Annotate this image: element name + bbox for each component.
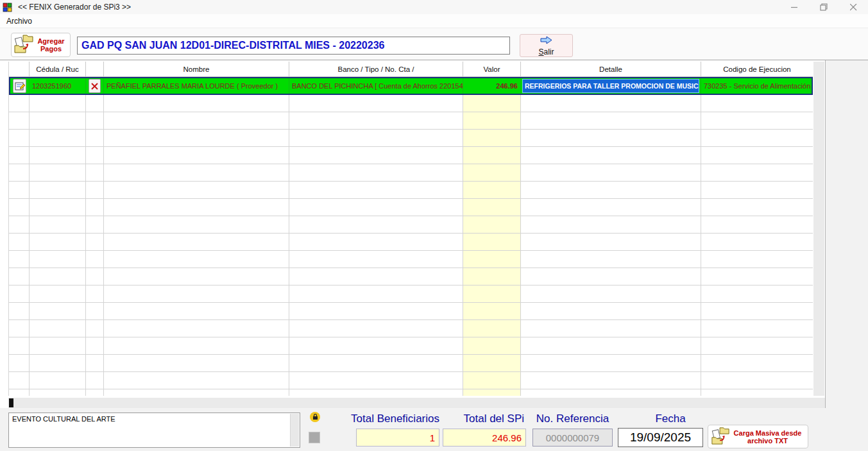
payments-grid-area: Cédula / Ruc Nombre Banco / Tipo / No. C… <box>0 60 826 408</box>
empty-row <box>9 337 813 355</box>
titlebar: << FENIX Generador de SPi3 >> <box>0 0 868 14</box>
cell-codigo: 730235 - Servicio de Alimentación <box>701 78 811 94</box>
payment-title-input[interactable] <box>77 37 510 55</box>
lock-icon[interactable] <box>310 412 320 422</box>
row-delete-cell <box>86 78 104 94</box>
cell-valor: 246.96 <box>463 78 521 94</box>
agregar-pagos-button[interactable]: Agregar Pagos <box>11 33 71 57</box>
empty-row <box>9 251 813 268</box>
minimize-icon <box>791 4 798 11</box>
close-icon <box>850 4 857 11</box>
no-referencia-field[interactable] <box>532 429 613 447</box>
payments-table: Cédula / Ruc Nombre Banco / Tipo / No. C… <box>8 62 813 396</box>
cell-banco: BANCO DEL PICHINCHA [ Cuenta de Ahorros … <box>289 78 463 94</box>
empty-row <box>9 216 813 234</box>
empty-row <box>9 268 813 285</box>
descripcion-text: EVENTO CULTURAL DEL ARTE <box>12 415 115 423</box>
empty-row-template <box>9 95 813 112</box>
total-spi-label: Total del SPi <box>446 413 524 425</box>
empty-row <box>9 164 813 182</box>
empty-row <box>9 320 813 337</box>
cell-nombre: PEÑAFIEL PARRALES MARIA LOURDE ( Proveed… <box>104 78 289 94</box>
window-controls <box>779 0 868 14</box>
empty-row <box>9 199 813 216</box>
fecha-field[interactable] <box>618 428 703 447</box>
delete-row-button[interactable] <box>89 79 101 93</box>
window-title: << FENIX Generador de SPi3 >> <box>18 3 779 12</box>
header-delete <box>86 62 104 77</box>
fecha-label: Fecha <box>638 413 702 425</box>
cell-cedula: 1203251960 <box>30 78 86 94</box>
red-x-icon <box>90 82 99 90</box>
table-header-row: Cédula / Ruc Nombre Banco / Tipo / No. C… <box>9 62 813 77</box>
form-pencil-icon <box>15 81 25 91</box>
footer-panel: EVENTO CULTURAL DEL ARTE Total Beneficia… <box>0 408 868 451</box>
detalle-input[interactable]: REFRIGERIOS PARA TALLER PROMOCION DE MUS… <box>522 79 699 93</box>
folder-arrow-icon <box>711 426 730 448</box>
descripcion-textarea[interactable]: EVENTO CULTURAL DEL ARTE <box>8 413 300 448</box>
empty-row <box>9 112 813 130</box>
edit-row-button[interactable] <box>13 79 26 93</box>
restore-icon <box>820 3 828 11</box>
exit-arrow-icon <box>540 35 553 47</box>
empty-row <box>9 285 813 303</box>
app-logo-icon <box>3 3 13 12</box>
maximize-button[interactable] <box>809 0 838 14</box>
carga-masiva-button[interactable]: Carga Masiva desde archivo TXT <box>708 425 808 448</box>
empty-row <box>9 355 813 372</box>
empty-row <box>9 389 813 396</box>
folder-arrow-icon <box>13 33 34 56</box>
horizontal-scrollbar-thumb[interactable] <box>9 398 13 407</box>
empty-row <box>9 147 813 164</box>
empty-row <box>9 130 813 147</box>
close-button[interactable] <box>838 0 868 14</box>
header-codigo: Codigo de Ejecucion <box>701 62 813 77</box>
header-cedula: Cédula / Ruc <box>30 62 86 77</box>
salir-label: Salir <box>538 47 554 56</box>
total-beneficiarios-field[interactable] <box>356 429 439 447</box>
descripcion-scrollbar[interactable] <box>290 414 299 447</box>
horizontal-scrollbar[interactable] <box>8 398 825 408</box>
cell-detalle: REFRIGERIOS PARA TALLER PROMOCION DE MUS… <box>521 78 701 94</box>
row-edit-cell <box>10 78 30 94</box>
empty-row <box>9 234 813 251</box>
toolbar: Agregar Pagos Salir <box>0 28 868 60</box>
carga-masiva-label: Carga Masiva desde archivo TXT <box>730 429 805 445</box>
empty-row <box>9 182 813 199</box>
header-nombre: Nombre <box>104 62 289 77</box>
vertical-scrollbar[interactable] <box>813 62 824 396</box>
salir-button[interactable]: Salir <box>520 34 573 57</box>
minimize-button[interactable] <box>779 0 809 14</box>
header-valor: Valor <box>463 62 521 77</box>
header-select <box>9 62 30 77</box>
agregar-pagos-label: Agregar Pagos <box>34 37 68 53</box>
total-spi-field[interactable] <box>443 429 526 447</box>
no-referencia-label: No. Referencia <box>529 413 616 425</box>
table-row[interactable]: 1203251960 PEÑAFIEL PARRALES MARIA LOURD… <box>9 77 813 95</box>
menu-archivo[interactable]: Archivo <box>1 17 37 26</box>
menubar: Archivo <box>0 14 868 28</box>
empty-row <box>9 372 813 389</box>
gray-square-indicator <box>309 432 320 443</box>
empty-row <box>9 303 813 320</box>
total-beneficiarios-label: Total Beneficiarios <box>321 413 439 425</box>
app-window: << FENIX Generador de SPi3 >> Archivo <box>0 0 868 451</box>
header-detalle: Detalle <box>521 62 701 77</box>
header-banco: Banco / Tipo / No. Cta / <box>289 62 463 77</box>
